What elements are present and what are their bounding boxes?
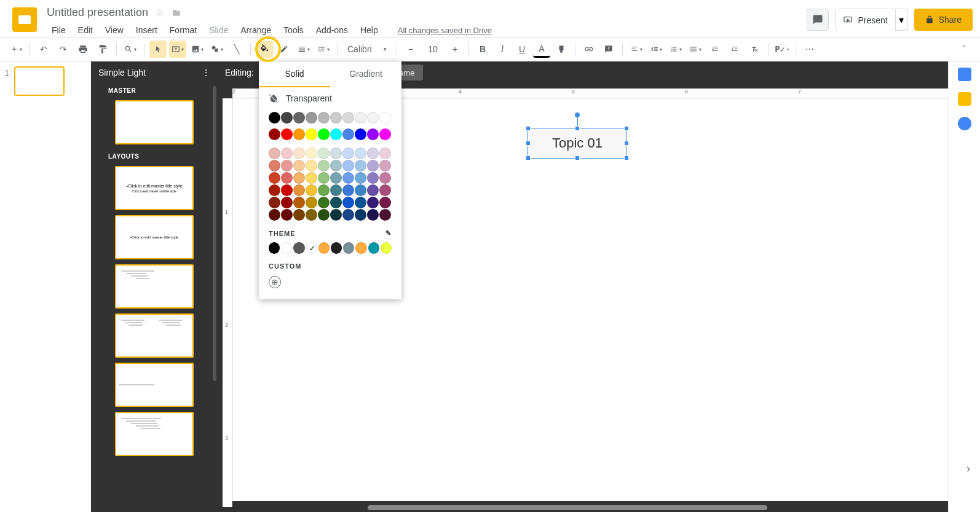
color-swatch[interactable] — [318, 242, 330, 254]
font-size-input[interactable] — [422, 42, 444, 57]
color-swatch[interactable] — [269, 197, 280, 208]
color-swatch[interactable] — [306, 160, 317, 171]
comments-button[interactable] — [807, 9, 829, 31]
color-swatch[interactable] — [281, 184, 293, 196]
font-size-dec[interactable]: − — [402, 41, 419, 58]
color-swatch[interactable] — [293, 160, 305, 171]
color-swatch[interactable] — [330, 197, 342, 208]
color-swatch[interactable] — [269, 184, 280, 196]
color-swatch[interactable] — [342, 112, 354, 124]
slide-thumb-1[interactable] — [14, 66, 65, 96]
color-swatch[interactable] — [318, 160, 330, 171]
color-swatch[interactable] — [306, 209, 317, 221]
rotate-handle[interactable] — [575, 112, 580, 117]
undo-button[interactable]: ↶ — [35, 41, 52, 58]
color-swatch[interactable] — [342, 172, 354, 184]
layout-thumb-body[interactable] — [115, 264, 194, 309]
picker-tab-solid[interactable]: Solid — [259, 61, 330, 87]
more-tools-button[interactable]: ⋯ — [801, 41, 818, 58]
edit-theme-icon[interactable]: ✎ — [385, 229, 392, 237]
color-swatch[interactable] — [281, 112, 293, 124]
color-swatch[interactable] — [379, 148, 391, 159]
color-swatch[interactable]: ✓ — [306, 242, 317, 254]
keep-icon[interactable] — [958, 92, 971, 106]
color-swatch[interactable] — [367, 112, 379, 124]
resize-handle-se[interactable] — [624, 156, 629, 160]
spelling-button[interactable]: P✓ — [773, 41, 791, 58]
color-swatch[interactable] — [355, 148, 366, 159]
layout-thumb-one-col[interactable] — [115, 412, 194, 456]
menu-format[interactable]: Format — [165, 23, 202, 37]
color-swatch[interactable] — [306, 112, 317, 124]
new-slide-button[interactable]: ＋ — [7, 41, 25, 58]
color-swatch[interactable] — [269, 172, 280, 184]
highlight-button[interactable] — [553, 41, 570, 58]
color-swatch[interactable] — [367, 197, 379, 208]
document-title[interactable]: Untitled presentation — [47, 6, 148, 19]
resize-handle-e[interactable] — [624, 141, 629, 146]
resize-handle-w[interactable] — [526, 141, 531, 146]
color-swatch[interactable] — [293, 242, 304, 254]
color-swatch[interactable] — [293, 172, 305, 184]
insert-link-button[interactable] — [580, 41, 598, 58]
menu-file[interactable]: File — [47, 23, 71, 37]
numbered-list-button[interactable] — [667, 41, 684, 58]
redo-button[interactable]: ↷ — [55, 41, 72, 58]
image-tool[interactable] — [189, 41, 206, 58]
color-swatch[interactable] — [330, 160, 342, 171]
color-swatch[interactable] — [367, 172, 379, 184]
color-swatch[interactable] — [367, 128, 379, 140]
color-swatch[interactable] — [379, 112, 391, 124]
color-swatch[interactable] — [355, 160, 366, 171]
line-tool[interactable]: ╲ — [228, 41, 245, 58]
color-swatch[interactable] — [381, 242, 392, 254]
indent-decrease-button[interactable] — [706, 41, 724, 58]
color-swatch[interactable] — [330, 172, 342, 184]
color-swatch[interactable] — [330, 112, 342, 124]
color-swatch[interactable] — [379, 184, 391, 196]
color-swatch[interactable] — [342, 128, 354, 140]
color-swatch[interactable] — [281, 242, 292, 254]
color-swatch[interactable] — [330, 209, 342, 221]
color-swatch[interactable] — [318, 209, 330, 221]
menu-arrange[interactable]: Arrange — [235, 23, 276, 37]
layout-thumb-two-col[interactable] — [115, 313, 194, 358]
zoom-button[interactable] — [122, 41, 139, 58]
color-swatch[interactable] — [367, 209, 379, 221]
resize-handle-nw[interactable] — [526, 126, 531, 131]
color-swatch[interactable] — [306, 148, 317, 159]
present-dropdown[interactable]: ▾ — [895, 9, 907, 30]
color-swatch[interactable] — [318, 184, 330, 196]
indent-increase-button[interactable] — [726, 41, 743, 58]
line-spacing-button[interactable] — [647, 41, 665, 58]
color-swatch[interactable] — [330, 128, 342, 140]
color-swatch[interactable] — [318, 172, 330, 184]
color-swatch[interactable] — [269, 160, 280, 171]
color-swatch[interactable] — [269, 112, 280, 124]
color-swatch[interactable] — [379, 128, 391, 140]
color-swatch[interactable] — [379, 197, 391, 208]
picker-tab-gradient[interactable]: Gradient — [330, 61, 401, 87]
clear-formatting-button[interactable] — [746, 41, 763, 58]
master-scrollbar[interactable] — [213, 86, 216, 381]
transparent-option[interactable]: Transparent — [259, 87, 401, 109]
border-color-button[interactable] — [275, 41, 293, 58]
menu-addons[interactable]: Add-ons — [311, 23, 353, 37]
color-swatch[interactable] — [331, 242, 342, 254]
color-swatch[interactable] — [293, 209, 305, 221]
color-swatch[interactable] — [379, 209, 391, 221]
color-swatch[interactable] — [269, 209, 280, 221]
color-swatch[interactable] — [355, 209, 366, 221]
layout-thumb-title-only[interactable] — [115, 363, 194, 407]
color-swatch[interactable] — [318, 197, 330, 208]
share-button[interactable]: Share — [914, 9, 973, 31]
horizontal-scrollbar[interactable] — [232, 503, 971, 512]
menu-view[interactable]: View — [100, 23, 128, 37]
tasks-icon[interactable] — [958, 117, 971, 130]
color-swatch[interactable] — [281, 160, 293, 171]
present-button[interactable]: Present — [836, 9, 895, 31]
color-swatch[interactable] — [367, 148, 379, 159]
color-swatch[interactable] — [318, 148, 330, 159]
theme-menu-icon[interactable]: ⋮ — [202, 68, 210, 77]
text-color-button[interactable]: A — [533, 41, 550, 58]
